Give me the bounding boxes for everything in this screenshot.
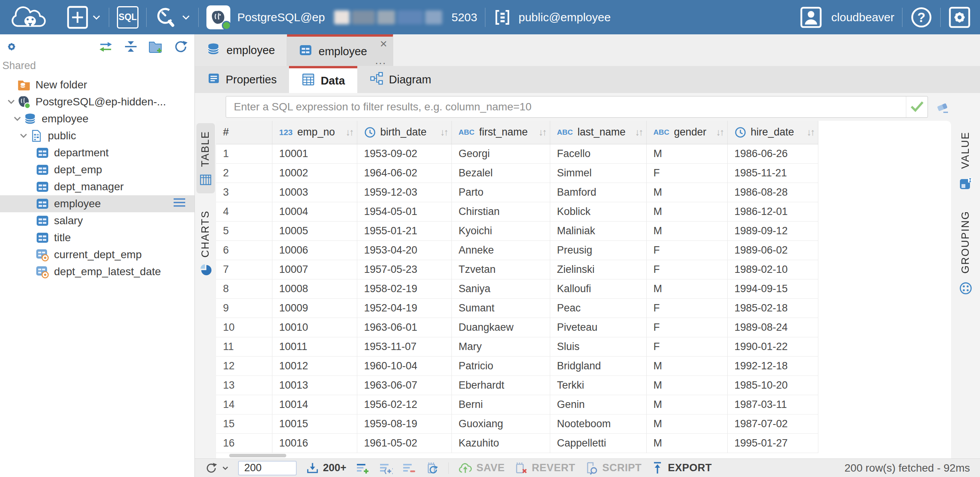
sort-icon[interactable]: ↓↑ xyxy=(539,127,546,138)
row-number-cell[interactable]: 3 xyxy=(216,183,272,202)
grid-cell[interactable]: 10008 xyxy=(272,279,357,298)
tree-item-new-folder[interactable]: New folder xyxy=(0,76,194,93)
grid-cell[interactable]: 1955-01-21 xyxy=(357,221,451,240)
grid-cell[interactable]: 10013 xyxy=(272,376,357,395)
grid-cell[interactable]: 1994-09-15 xyxy=(727,279,818,298)
row-number-cell[interactable]: 13 xyxy=(216,376,272,395)
settings-button[interactable] xyxy=(948,6,971,29)
grid-cell[interactable]: F xyxy=(646,318,727,337)
grid-cell[interactable]: Preusig xyxy=(550,240,646,260)
tab-diagram[interactable]: Diagram xyxy=(357,66,444,93)
tab-properties[interactable]: Properties xyxy=(195,66,289,93)
grid-cell[interactable]: 1959-08-19 xyxy=(357,414,451,433)
row-number-cell[interactable]: 11 xyxy=(216,337,272,356)
grid-cell[interactable]: M xyxy=(646,279,727,298)
grid-cell[interactable]: M xyxy=(646,202,727,221)
grid-cell[interactable]: 1986-06-26 xyxy=(727,144,818,163)
tree-item-salary[interactable]: salary xyxy=(0,212,194,229)
grid-cell[interactable]: Facello xyxy=(550,144,646,163)
grid-cell[interactable]: Maliniak xyxy=(550,221,646,240)
row-number-cell[interactable]: 6 xyxy=(216,240,272,260)
grid-cell[interactable]: Kalloufi xyxy=(550,279,646,298)
tree-item-dept-emp[interactable]: dept_emp xyxy=(0,161,194,178)
grid-cell[interactable]: Terkki xyxy=(550,376,646,395)
sql-editor-button[interactable]: SQL xyxy=(117,6,139,29)
grid-cell[interactable]: Peac xyxy=(550,298,646,318)
grid-cell[interactable]: 1953-11-07 xyxy=(357,337,451,356)
sort-icon[interactable]: ↓↑ xyxy=(716,127,723,138)
grid-cell[interactable]: F xyxy=(646,163,727,183)
grid-cell[interactable]: M xyxy=(646,144,727,163)
chevron-down-icon[interactable] xyxy=(18,132,29,140)
panel-tab-value[interactable]: VALUE xyxy=(959,132,973,192)
tree-item-employee[interactable]: employee xyxy=(0,110,194,127)
grid-cell[interactable]: M xyxy=(646,183,727,202)
grid-cell[interactable]: Eberhardt xyxy=(451,376,550,395)
presentation-tab-table[interactable]: TABLE xyxy=(196,123,215,193)
grid-cell[interactable]: M xyxy=(646,356,727,376)
panel-tab-grouping[interactable]: GROUPING xyxy=(959,211,973,297)
grid-cell[interactable]: F xyxy=(646,337,727,356)
new-folder-icon[interactable] xyxy=(148,40,164,55)
grid-cell[interactable]: 1987-07-02 xyxy=(727,414,818,433)
grid-cell[interactable]: 1986-08-28 xyxy=(727,183,818,202)
row-menu-icon[interactable] xyxy=(173,198,186,210)
grid-cell[interactable]: Anneke xyxy=(451,240,550,260)
row-number-cell[interactable]: 5 xyxy=(216,221,272,240)
grid-cell[interactable]: Piveteau xyxy=(550,318,646,337)
delete-row-button[interactable] xyxy=(402,461,416,475)
grid-cell[interactable]: 1963-06-01 xyxy=(357,318,451,337)
grid-cell[interactable]: 1957-05-23 xyxy=(357,260,451,279)
column-header-hire_date[interactable]: hire_date↓↑ xyxy=(727,121,818,144)
grid-cell[interactable]: 10002 xyxy=(272,163,357,183)
grid-cell[interactable]: Guoxiang xyxy=(451,414,550,433)
grid-cell[interactable]: 10009 xyxy=(272,298,357,318)
grid-cell[interactable]: 10010 xyxy=(272,318,357,337)
refresh-results-button[interactable] xyxy=(205,462,229,475)
column-header-num[interactable]: # xyxy=(216,121,272,144)
grid-cell[interactable]: 1995-01-27 xyxy=(727,433,818,453)
grid-cell[interactable]: 1964-06-02 xyxy=(357,163,451,183)
driver-tools-button[interactable] xyxy=(154,5,191,29)
grid-cell[interactable]: Saniya xyxy=(451,279,550,298)
export-button[interactable]: EXPORT xyxy=(651,461,712,475)
grid-cell[interactable]: M xyxy=(646,414,727,433)
grid-cell[interactable]: 10007 xyxy=(272,260,357,279)
close-tab-icon[interactable]: × xyxy=(380,37,387,50)
grid-cell[interactable]: Bezalel xyxy=(451,163,550,183)
grid-cell[interactable]: 10016 xyxy=(272,433,357,453)
grid-cell[interactable]: 10014 xyxy=(272,395,357,414)
presentation-tab-charts[interactable]: CHARTS xyxy=(196,203,215,284)
row-number-cell[interactable]: 2 xyxy=(216,163,272,183)
row-number-cell[interactable]: 15 xyxy=(216,414,272,433)
grid-cell[interactable]: 1989-06-02 xyxy=(727,240,818,260)
chevron-down-icon[interactable] xyxy=(5,98,17,106)
grid-cell[interactable]: 1961-05-02 xyxy=(357,433,451,453)
row-number-cell[interactable]: 14 xyxy=(216,395,272,414)
sort-icon[interactable]: ↓↑ xyxy=(807,127,814,138)
grid-cell[interactable]: Genin xyxy=(550,395,646,414)
apply-changes-button[interactable] xyxy=(425,461,439,475)
grid-cell[interactable]: F xyxy=(646,298,727,318)
new-connection-button[interactable] xyxy=(66,5,101,29)
grid-cell[interactable]: 10004 xyxy=(272,202,357,221)
grid-cell[interactable]: M xyxy=(646,395,727,414)
grid-cell[interactable]: 1989-09-12 xyxy=(727,221,818,240)
tree-item-title[interactable]: title xyxy=(0,229,194,246)
sql-filter-input[interactable] xyxy=(226,96,906,117)
tab-menu-icon[interactable]: ... xyxy=(375,55,386,66)
tree-item-dept-manager[interactable]: dept_manager xyxy=(0,178,194,195)
tree-item-public[interactable]: public xyxy=(0,127,194,144)
grid-cell[interactable]: Simmel xyxy=(550,163,646,183)
editor-tab-employee-table[interactable]: employee × ... xyxy=(287,34,393,66)
help-button[interactable]: ? xyxy=(910,6,933,29)
grid-cell[interactable]: Sluis xyxy=(550,337,646,356)
grid-cell[interactable]: 1960-10-04 xyxy=(357,356,451,376)
grid-cell[interactable]: Kazuhito xyxy=(451,433,550,453)
refresh-icon[interactable] xyxy=(174,40,188,55)
column-header-birth_date[interactable]: birth_date↓↑ xyxy=(357,121,451,144)
row-number-cell[interactable]: 7 xyxy=(216,260,272,279)
apply-filter-button[interactable] xyxy=(906,96,928,117)
row-number-cell[interactable]: 16 xyxy=(216,433,272,453)
editor-tab-employee-db[interactable]: employee xyxy=(195,34,287,66)
